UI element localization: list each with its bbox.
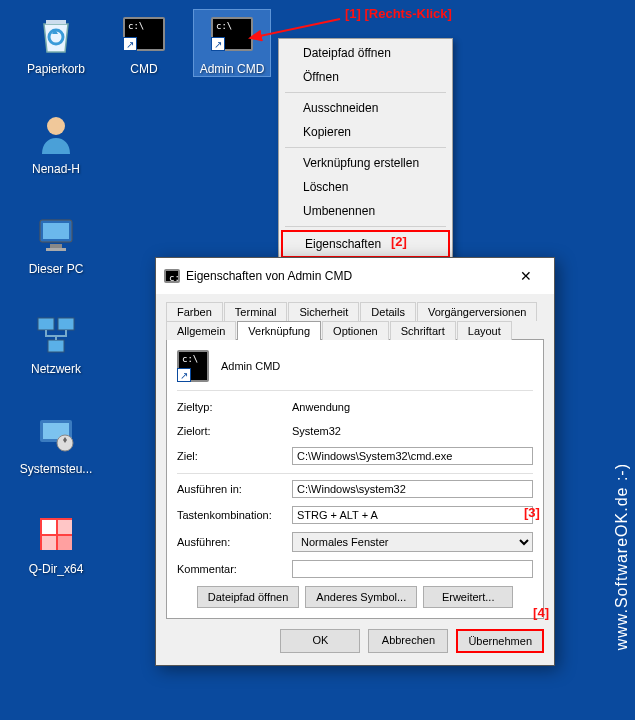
tab-details[interactable]: Details xyxy=(360,302,416,321)
ausfuehren-select[interactable]: Normales Fenster xyxy=(292,532,533,552)
kommentar-label: Kommentar: xyxy=(177,563,292,575)
zielort-label: Zielort: xyxy=(177,425,292,437)
ziel-label: Ziel: xyxy=(177,450,292,462)
tab-optionen[interactable]: Optionen xyxy=(322,321,389,340)
svg-rect-15 xyxy=(42,536,56,550)
svg-rect-6 xyxy=(38,318,54,330)
tastenkombi-input[interactable] xyxy=(292,506,533,524)
cmd-icon xyxy=(164,269,180,283)
tab-vorgängerversionen[interactable]: Vorgängerversionen xyxy=(417,302,537,321)
desktop-icon-nenad-h[interactable]: Nenad-H xyxy=(18,110,94,176)
desktop-icon-admin-cmd[interactable]: ↗Admin CMD xyxy=(194,10,270,76)
svg-rect-3 xyxy=(43,223,69,239)
annotation-2: [2] xyxy=(391,234,407,249)
icon-label: Nenad-H xyxy=(18,162,94,176)
ctx-item[interactable]: Eigenschaften[2] xyxy=(281,230,450,258)
icon-label: Q-Dir_x64 xyxy=(18,562,94,576)
ausfuehren-in-input[interactable] xyxy=(292,480,533,498)
tab-terminal[interactable]: Terminal xyxy=(224,302,288,321)
ctx-item[interactable]: Dateipfad öffnen xyxy=(281,41,450,65)
ctx-item[interactable]: Kopieren xyxy=(281,120,450,144)
open-path-button[interactable]: Dateipfad öffnen xyxy=(197,586,300,608)
ctx-item[interactable]: Ausschneiden xyxy=(281,96,450,120)
desktop-icon-q-dir[interactable]: Q-Dir_x64 xyxy=(18,510,94,576)
svg-point-1 xyxy=(47,117,65,135)
shortcut-name: Admin CMD xyxy=(221,360,280,372)
advanced-button[interactable]: Erweitert... xyxy=(423,586,513,608)
tab-layout[interactable]: Layout xyxy=(457,321,512,340)
ctx-item[interactable]: Öffnen xyxy=(281,65,450,89)
tab-schriftart[interactable]: Schriftart xyxy=(390,321,456,340)
dialog-title: Eigenschaften von Admin CMD xyxy=(180,269,506,283)
apply-button[interactable]: Übernehmen xyxy=(456,629,544,653)
tastenkombi-label: Tastenkombination: xyxy=(177,509,292,521)
change-icon-button[interactable]: Anderes Symbol... xyxy=(305,586,417,608)
svg-rect-8 xyxy=(48,340,64,352)
icon-label: Papierkorb xyxy=(18,62,94,76)
ausfuehren-in-label: Ausführen in: xyxy=(177,483,292,495)
ctx-item[interactable]: Umbenennen xyxy=(281,199,450,223)
svg-rect-16 xyxy=(58,536,72,550)
icon-label: Admin CMD xyxy=(194,62,270,76)
annotation-1: [1] [Rechts-Klick] xyxy=(345,6,452,21)
tab-farben[interactable]: Farben xyxy=(166,302,223,321)
zieltyp-value: Anwendung xyxy=(292,399,533,415)
ctx-item[interactable]: Löschen xyxy=(281,175,450,199)
tab-sicherheit[interactable]: Sicherheit xyxy=(288,302,359,321)
ok-button[interactable]: OK xyxy=(280,629,360,653)
zieltyp-label: Zieltyp: xyxy=(177,401,292,413)
icon-label: CMD xyxy=(106,62,182,76)
icon-label: Dieser PC xyxy=(18,262,94,276)
desktop-icon-netzwerk[interactable]: Netzwerk xyxy=(18,310,94,376)
svg-rect-4 xyxy=(50,244,62,248)
desktop-icon-dieser-pc[interactable]: Dieser PC xyxy=(18,210,94,276)
desktop-icon-systemsteu[interactable]: Systemsteu... xyxy=(18,410,94,476)
kommentar-input[interactable] xyxy=(292,560,533,578)
cmd-icon: ↗ xyxy=(177,350,209,382)
ziel-input[interactable] xyxy=(292,447,533,465)
tab-verknüpfung[interactable]: Verknüpfung xyxy=(237,321,321,340)
icon-label: Netzwerk xyxy=(18,362,94,376)
desktop-icon-recycle-bin[interactable]: Papierkorb xyxy=(18,10,94,76)
svg-rect-13 xyxy=(42,520,56,534)
cancel-button[interactable]: Abbrechen xyxy=(368,629,448,653)
icon-label: Systemsteu... xyxy=(18,462,94,476)
ausfuehren-label: Ausführen: xyxy=(177,536,292,548)
desktop-icon-cmd[interactable]: ↗CMD xyxy=(106,10,182,76)
svg-rect-5 xyxy=(46,248,66,251)
ctx-item[interactable]: Verknüpfung erstellen xyxy=(281,151,450,175)
properties-dialog: Eigenschaften von Admin CMD ✕ FarbenTerm… xyxy=(155,257,555,666)
watermark: www.SoftwareOK.de :-) xyxy=(613,463,631,650)
svg-rect-14 xyxy=(58,520,72,534)
zielort-value: System32 xyxy=(292,423,533,439)
tab-allgemein[interactable]: Allgemein xyxy=(166,321,236,340)
close-button[interactable]: ✕ xyxy=(506,264,546,288)
svg-rect-7 xyxy=(58,318,74,330)
context-menu: Dateipfad öffnenÖffnenAusschneidenKopier… xyxy=(278,38,453,261)
